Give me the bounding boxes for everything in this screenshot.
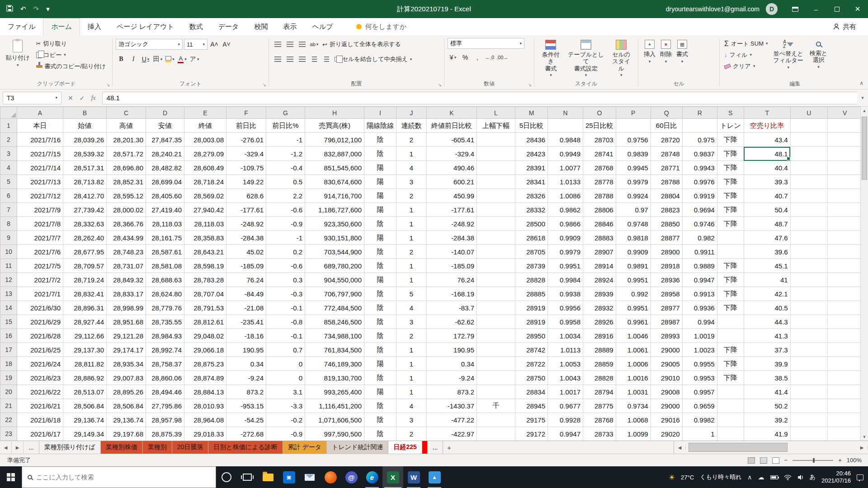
cell[interactable]: 下降 <box>717 217 744 231</box>
cell[interactable]: 28,779.76 <box>146 301 184 315</box>
row-header-2[interactable]: 2 <box>0 133 17 147</box>
cell[interactable]: 陰 <box>364 287 396 301</box>
cut-button[interactable]: ✂ 切り取り <box>35 38 107 49</box>
font-name-select[interactable]: 游ゴシック ▾ <box>116 39 183 50</box>
cell[interactable]: 2021/7/16 <box>17 133 63 147</box>
decrease-indent-icon[interactable] <box>309 54 320 65</box>
fill-color-button[interactable]: ▾ <box>165 54 175 65</box>
cell[interactable]: 29,066.18 <box>184 343 226 357</box>
cell[interactable] <box>827 119 862 133</box>
cell[interactable]: 陰 <box>364 217 396 231</box>
column-header-E[interactable]: E <box>184 107 226 119</box>
ribbon-tab-3[interactable]: ページ レイアウト <box>109 18 182 35</box>
redo-icon[interactable]: ↷ <box>33 5 39 13</box>
cell[interactable]: -177.61 <box>226 203 266 217</box>
cell[interactable] <box>827 133 862 147</box>
cell[interactable]: 28733 <box>583 427 616 441</box>
cell[interactable] <box>790 301 827 315</box>
clear-button[interactable]: クリア ▾ <box>723 61 769 72</box>
number-format-select[interactable]: 標準 ▾ <box>448 38 524 49</box>
cell[interactable]: 28,434.99 <box>107 231 146 245</box>
cell[interactable]: 28423 <box>515 147 548 161</box>
cell[interactable]: 706,797,900 <box>305 287 364 301</box>
conditional-formatting-button[interactable]: 条件付き 書式 ▾ <box>538 38 564 79</box>
cell[interactable]: 1 <box>396 231 427 245</box>
cell[interactable]: 28,896.31 <box>63 301 107 315</box>
column-header-R[interactable]: R <box>682 107 717 119</box>
cell[interactable]: 1.0099 <box>616 427 651 441</box>
mail-button[interactable] <box>299 466 320 488</box>
cell[interactable]: 28618 <box>515 231 548 245</box>
cell[interactable]: 28705 <box>515 245 548 259</box>
cell[interactable]: 0.34 <box>226 357 266 371</box>
cell[interactable] <box>790 399 827 413</box>
cell[interactable]: 28,240.21 <box>146 147 184 161</box>
taskbar-search[interactable] <box>22 466 216 488</box>
cell[interactable]: -62.62 <box>427 315 477 329</box>
align-right-icon[interactable] <box>297 54 307 65</box>
insert-function-icon[interactable]: fx <box>91 94 95 102</box>
cell[interactable]: 3 <box>396 315 427 329</box>
page-break-view-icon[interactable] <box>772 457 779 464</box>
cell[interactable]: 40.4 <box>744 161 790 175</box>
cell[interactable]: 下降 <box>717 371 744 385</box>
cell[interactable] <box>717 399 744 413</box>
cell[interactable]: 29,149.34 <box>63 427 107 441</box>
cell[interactable]: 0.982 <box>682 231 717 245</box>
cell[interactable]: 28977 <box>651 301 682 315</box>
battery-icon[interactable] <box>770 475 778 479</box>
row-header-9[interactable]: 9 <box>0 231 17 245</box>
cell[interactable]: 28,539.32 <box>63 147 107 161</box>
cell[interactable]: 2021/7/1 <box>17 287 63 301</box>
cell[interactable]: 1 <box>396 147 427 161</box>
cell[interactable] <box>790 147 827 161</box>
cell[interactable]: 0.9928 <box>548 413 583 427</box>
cell[interactable]: 28,875.23 <box>184 357 226 371</box>
cell[interactable]: 2021/7/15 <box>17 147 63 161</box>
scroll-left-icon[interactable]: ◀ <box>674 445 686 450</box>
scrollbar-thumb[interactable] <box>689 443 788 452</box>
cell[interactable]: 28,852.31 <box>107 175 146 189</box>
row-header-15[interactable]: 15 <box>0 315 17 329</box>
cell[interactable]: 819,130,700 <box>305 371 364 385</box>
cell[interactable]: 29,018.33 <box>184 427 226 441</box>
horizontal-scrollbar[interactable]: ◀ ▶ <box>674 441 868 454</box>
cell[interactable] <box>790 357 827 371</box>
cell[interactable]: 28,884.13 <box>184 385 226 399</box>
cell[interactable] <box>790 245 827 259</box>
store-button[interactable]: ▣ <box>278 466 299 488</box>
cell[interactable]: 0.9746 <box>682 217 717 231</box>
cell[interactable]: -248.92 <box>427 217 477 231</box>
row-header-21[interactable]: 21 <box>0 399 17 413</box>
fill-button[interactable]: ↓ フィル ▾ <box>723 49 769 61</box>
cell[interactable]: -605.41 <box>427 133 477 147</box>
cell[interactable]: 0.9984 <box>548 273 583 287</box>
cell[interactable]: 28924 <box>583 273 616 287</box>
cell[interactable]: 29020 <box>651 427 682 441</box>
scrollbar-thumb[interactable] <box>862 117 867 180</box>
cell[interactable] <box>790 189 827 203</box>
cell[interactable]: 0.9957 <box>682 385 717 399</box>
cell[interactable]: 0 <box>266 371 305 385</box>
cell[interactable]: -109.75 <box>226 161 266 175</box>
cell[interactable]: 陽 <box>364 175 396 189</box>
cell[interactable] <box>827 301 862 315</box>
weather-temp[interactable]: 27°C <box>681 474 694 481</box>
cell[interactable] <box>827 371 862 385</box>
dialog-launcher-icon[interactable]: ↘ <box>106 83 110 87</box>
cell[interactable]: 0.9818 <box>616 231 651 245</box>
onedrive-cloud-icon[interactable]: ☁ <box>758 474 764 481</box>
cell[interactable]: 28,010.93 <box>184 399 226 413</box>
align-middle-icon[interactable] <box>284 39 295 50</box>
cell[interactable]: 28936 <box>651 273 682 287</box>
cell[interactable]: 28945 <box>515 399 548 413</box>
cell[interactable]: 1,071,606,500 <box>305 413 364 427</box>
cell[interactable]: 下降 <box>717 203 744 217</box>
cell[interactable]: 628.6 <box>226 189 266 203</box>
clock[interactable]: 20:46 2021/07/16 <box>821 470 851 485</box>
zoom-level[interactable]: 100% <box>847 457 862 464</box>
cell[interactable]: 2021/7/5 <box>17 259 63 273</box>
cell[interactable]: 39.2 <box>744 413 790 427</box>
cell[interactable]: 2 <box>396 427 427 441</box>
row-header-23[interactable]: 23 <box>0 427 17 441</box>
